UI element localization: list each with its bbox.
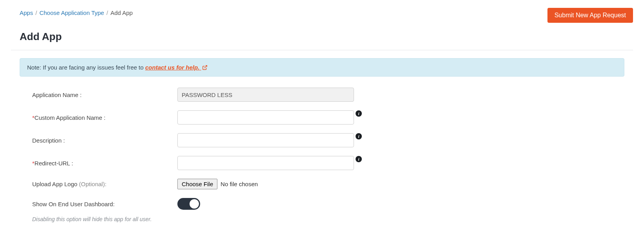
redirect-url-label-text: Redirect-URL : xyxy=(35,160,73,167)
show-on-dashboard-label: Show On End User Dashboard: xyxy=(32,201,177,207)
upload-logo-label: Upload App Logo (Optional): xyxy=(32,181,177,187)
breadcrumb-current: Add App xyxy=(110,9,133,16)
application-name-label: Application Name : xyxy=(32,92,177,98)
svg-line-0 xyxy=(204,66,206,68)
breadcrumb-separator: / xyxy=(35,9,37,16)
description-label: Description : xyxy=(32,137,177,144)
description-input[interactable] xyxy=(177,133,354,147)
custom-application-name-label: *Custom Application Name : xyxy=(32,114,177,121)
breadcrumb-link-choose-app-type[interactable]: Choose Application Type xyxy=(39,9,104,16)
info-alert: Note: If you are facing any issues feel … xyxy=(20,58,624,77)
divider xyxy=(11,50,633,50)
file-status-text: No file chosen xyxy=(221,181,258,187)
custom-application-name-input[interactable] xyxy=(177,110,354,125)
page-title: Add App xyxy=(20,31,633,43)
redirect-url-input[interactable] xyxy=(177,156,354,170)
redirect-url-label: *Redirect-URL : xyxy=(32,160,177,167)
application-name-input xyxy=(177,88,354,102)
add-app-form: Application Name : *Custom Application N… xyxy=(11,88,633,222)
info-icon[interactable]: i xyxy=(356,156,362,162)
toggle-knob xyxy=(190,199,199,209)
info-icon[interactable]: i xyxy=(356,133,362,139)
show-on-dashboard-toggle[interactable] xyxy=(177,198,200,210)
upload-logo-label-text: Upload App Logo xyxy=(32,181,79,187)
breadcrumb: Apps / Choose Application Type / Add App xyxy=(11,8,141,16)
submit-new-app-request-button[interactable]: Submit New App Request xyxy=(547,8,633,23)
breadcrumb-separator: / xyxy=(106,9,108,16)
contact-help-link[interactable]: contact us for help. xyxy=(145,64,208,71)
helper-note: Disabling this option will hide this app… xyxy=(32,216,633,222)
custom-application-name-label-text: Custom Application Name : xyxy=(35,114,106,121)
alert-text: Note: If you are facing any issues feel … xyxy=(27,64,145,71)
contact-help-link-text: contact us for help. xyxy=(145,64,199,71)
optional-marker: (Optional): xyxy=(79,181,106,187)
choose-file-button[interactable]: Choose File xyxy=(177,179,217,189)
breadcrumb-link-apps[interactable]: Apps xyxy=(20,9,33,16)
external-link-icon xyxy=(202,65,208,70)
info-icon[interactable]: i xyxy=(356,110,362,117)
